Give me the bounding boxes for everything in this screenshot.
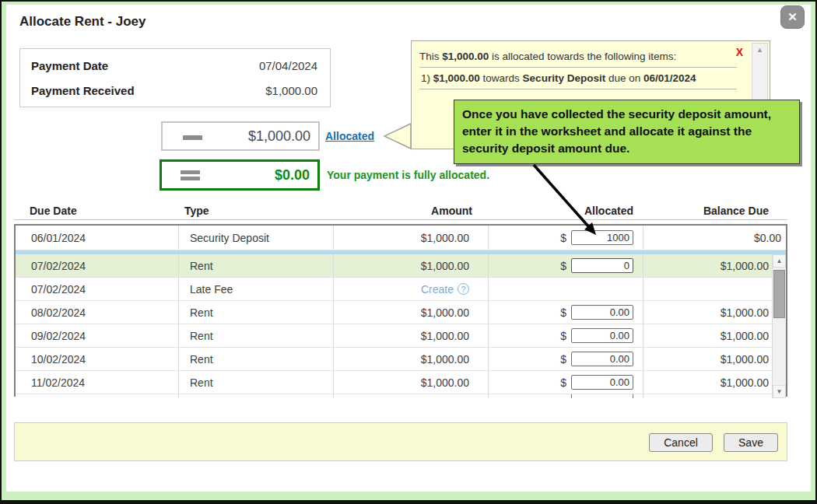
scroll-up-icon[interactable]: ▲	[773, 254, 786, 268]
tooltip-line2-type: Security Deposit	[523, 72, 606, 84]
allocation-table: 06/01/2024 Security Deposit $1,000.00 $ …	[14, 224, 787, 397]
scroll-down-icon[interactable]: ▼	[773, 385, 786, 398]
due-date-cell: 06/01/2024	[16, 226, 178, 250]
tooltip-line2-amount: $1,000.00	[433, 72, 480, 84]
allocated-cell: $	[488, 371, 643, 394]
allocated-input-rent-oct[interactable]	[571, 352, 633, 366]
tooltip-scroll-up-icon[interactable]: ▲	[752, 46, 767, 54]
balance-due-cell: $1,000.00	[643, 301, 772, 324]
remaining-amount: $0.00	[275, 167, 310, 184]
currency-symbol: $	[560, 306, 566, 319]
table-row-partial	[16, 394, 772, 398]
tooltip-line2-mid1: towards	[480, 72, 523, 84]
payment-received-label: Payment Received	[31, 84, 135, 97]
payment-summary-box: Payment Date 07/04/2024 Payment Received…	[19, 48, 331, 107]
column-header-due-date: Due Date	[30, 205, 77, 217]
currency-symbol: $	[560, 376, 566, 389]
balance-due-cell: $1,000.00	[643, 254, 772, 277]
balance-due-cell	[643, 278, 772, 300]
amount-cell: Create ?	[333, 278, 488, 300]
tooltip-line1-suffix: is allocated towards the following items…	[489, 51, 676, 62]
create-late-fee-link[interactable]: Create ?	[421, 283, 469, 296]
allocate-rent-dialog: Allocate Rent - Joey Payment Date 07/04/…	[0, 0, 817, 504]
save-button[interactable]: Save	[724, 433, 778, 452]
amount-cell: $1,000.00	[333, 254, 488, 277]
amount-cell: $1,000.00	[333, 324, 488, 347]
allocated-link[interactable]: Allocated	[325, 130, 374, 142]
allocated-input-rent-aug[interactable]	[571, 305, 633, 320]
balance-due-cell: $1,000.00	[643, 348, 772, 370]
currency-symbol: $	[560, 260, 566, 272]
allocated-cell: $	[488, 301, 643, 324]
scrollbar-thumb[interactable]	[773, 270, 785, 318]
amount-cell: $1,000.00	[333, 348, 488, 370]
amount-cell	[333, 394, 488, 398]
balance-due-cell: $1,000.00	[643, 324, 772, 347]
type-cell: Rent	[178, 324, 333, 347]
type-cell: Rent	[178, 348, 333, 370]
type-cell: Rent	[178, 254, 333, 277]
equals-icon	[181, 170, 200, 180]
balance-due-cell: $1,000.00	[643, 371, 772, 394]
allocated-cell: $	[488, 324, 643, 347]
table-row-rent-nov: 11/02/2024 Rent $1,000.00 $ $1,000.00	[16, 371, 772, 394]
unallocated-amount: $1,000.00	[248, 128, 310, 145]
due-date-cell: 07/02/2024	[16, 254, 178, 277]
allocated-input-rent-july[interactable]	[571, 258, 633, 273]
table-row-late-fee: 07/02/2024 Late Fee Create ?	[16, 278, 772, 301]
column-header-balance-due: Balance Due	[627, 205, 769, 217]
unallocated-amount-box: $1,000.00	[161, 121, 320, 151]
cancel-button[interactable]: Cancel	[649, 433, 713, 452]
tooltip-line-2: 1) $1,000.00 towards Security Deposit du…	[419, 72, 737, 89]
payment-received-value: $1,000.00	[265, 84, 317, 97]
due-date-cell	[16, 394, 178, 398]
footer-bar: Cancel Save	[14, 422, 787, 461]
balance-due-cell	[643, 394, 772, 398]
allocated-input-rent-nov[interactable]	[571, 375, 633, 390]
due-date-cell: 07/02/2024	[16, 278, 178, 300]
currency-symbol: $	[560, 232, 566, 244]
dialog-close-button[interactable]: ✕	[780, 5, 805, 29]
column-header-amount: Amount	[333, 205, 480, 217]
allocated-input-partial[interactable]	[571, 394, 633, 398]
allocated-input-rent-sep[interactable]	[571, 328, 633, 343]
amount-cell: $1,000.00	[333, 226, 488, 250]
table-row-rent-aug: 08/02/2024 Rent $1,000.00 $ $1,000.00	[16, 301, 772, 324]
allocated-cell: $	[488, 254, 643, 277]
table-scrollbar[interactable]: ▲ ▼	[772, 254, 786, 398]
tooltip-close-icon[interactable]: X	[736, 46, 743, 58]
type-cell: Rent	[178, 371, 333, 394]
tooltip-line2-mid2: due on	[605, 72, 643, 84]
type-cell: Rent	[178, 301, 333, 324]
currency-symbol: $	[560, 330, 566, 342]
allocation-status-message: Your payment is fully allocated.	[327, 169, 489, 181]
amount-cell: $1,000.00	[333, 371, 488, 394]
close-icon: ✕	[787, 10, 798, 24]
table-row-security-deposit: 06/01/2024 Security Deposit $1,000.00 $ …	[16, 226, 786, 250]
instruction-callout: Once you have collected the security dep…	[454, 100, 800, 164]
allocated-cell: $	[488, 348, 643, 370]
create-link-label: Create	[421, 283, 454, 296]
tooltip-line-1: This $1,000.00 is allocated towards the …	[419, 51, 737, 68]
tooltip-line1-amount: $1,000.00	[442, 51, 489, 62]
currency-symbol: $	[560, 353, 566, 366]
table-row-rent-july: 07/02/2024 Rent $1,000.00 $ $1,000.00	[16, 254, 772, 278]
table-row-rent-oct: 10/02/2024 Rent $1,000.00 $ $1,000.00	[16, 348, 772, 371]
payment-date-label: Payment Date	[31, 59, 108, 72]
due-date-cell: 10/02/2024	[16, 348, 178, 370]
remaining-amount-box: $0.00	[160, 159, 320, 191]
column-header-type: Type	[184, 205, 209, 217]
help-icon[interactable]: ?	[458, 283, 469, 295]
due-date-cell: 11/02/2024	[16, 371, 178, 394]
allocated-cell	[488, 394, 643, 398]
tooltip-line2-prefix: 1)	[421, 72, 433, 84]
table-scroll-area: 07/02/2024 Rent $1,000.00 $ $1,000.00 07…	[16, 254, 786, 398]
allocated-cell: $	[488, 226, 643, 250]
due-date-cell: 09/02/2024	[16, 324, 178, 347]
type-cell: Late Fee	[178, 278, 333, 300]
table-row-rent-sep: 09/02/2024 Rent $1,000.00 $ $1,000.00	[16, 324, 772, 348]
tooltip-line2-date: 06/01/2024	[643, 72, 696, 84]
balance-due-cell: $0.00	[643, 226, 786, 250]
payment-date-row: Payment Date 07/04/2024	[31, 57, 317, 74]
allocated-input-security-deposit[interactable]	[571, 230, 633, 245]
